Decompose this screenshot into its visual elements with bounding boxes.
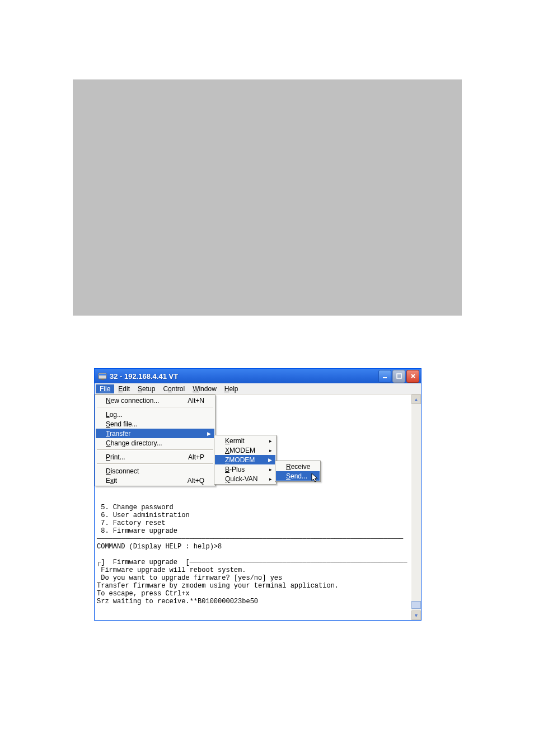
- menu-send-file[interactable]: Send file...: [96, 419, 214, 429]
- close-button[interactable]: [406, 370, 419, 383]
- menu-zmodem[interactable]: ZMODEM▶: [215, 455, 275, 464]
- separator: [97, 449, 213, 450]
- minimize-button[interactable]: [378, 370, 391, 383]
- upper-gray-placeholder: [73, 79, 462, 316]
- title-bar[interactable]: 32 - 192.168.4.41 VT: [95, 369, 421, 383]
- terminal-window: 32 - 192.168.4.41 VT File Edit Setup Con…: [94, 368, 421, 621]
- menu-change-directory[interactable]: Change directory...: [96, 438, 214, 448]
- menu-xmodem[interactable]: XMODEM▸: [215, 445, 275, 455]
- menu-disconnect[interactable]: Disconnect: [96, 466, 214, 476]
- svg-rect-1: [99, 374, 106, 375]
- chevron-right-icon: ▸: [269, 448, 272, 453]
- menu-help[interactable]: Help: [221, 384, 242, 393]
- shortcut-print: Alt+P: [188, 453, 204, 461]
- menu-quickvan[interactable]: Quick-VAN▸: [215, 474, 275, 483]
- svg-rect-2: [101, 379, 104, 380]
- chevron-right-icon: ▶: [207, 431, 211, 436]
- separator: [97, 463, 213, 464]
- window-controls: [378, 370, 419, 383]
- terminal-output: 5. Change password 6. User administratio…: [97, 504, 410, 620]
- menu-zmodem-send[interactable]: Send...: [276, 471, 320, 481]
- scroll-down-button[interactable]: ▼: [411, 611, 421, 620]
- menu-log[interactable]: Log...: [96, 410, 214, 419]
- menu-setup[interactable]: Setup: [134, 384, 159, 393]
- separator: [97, 407, 213, 408]
- chevron-right-icon: ▸: [269, 476, 272, 482]
- menu-bar: File Edit Setup Control Window Help: [95, 383, 421, 395]
- menu-window[interactable]: Window: [189, 384, 221, 393]
- vertical-scrollbar[interactable]: ▲ ▼: [411, 395, 421, 620]
- window-title: 32 - 192.168.4.41 VT: [110, 372, 378, 381]
- menu-print[interactable]: Print... Alt+P: [96, 452, 214, 462]
- maximize-button[interactable]: [392, 370, 405, 383]
- menu-transfer[interactable]: Transfer ▶: [96, 429, 214, 438]
- menu-exit[interactable]: Exit Alt+Q: [96, 476, 214, 485]
- chevron-right-icon: ▸: [269, 438, 272, 444]
- shortcut-new-conn: Alt+N: [188, 397, 204, 405]
- shortcut-exit: Alt+Q: [188, 477, 204, 485]
- menu-kermit[interactable]: Kermit▸: [215, 436, 275, 445]
- scroll-up-button[interactable]: ▲: [411, 395, 421, 404]
- svg-rect-4: [397, 374, 401, 378]
- app-icon: [98, 372, 107, 381]
- menu-bplus[interactable]: B-Plus▸: [215, 464, 275, 474]
- svg-rect-3: [383, 377, 387, 378]
- chevron-right-icon: ▶: [268, 457, 272, 463]
- client-area: New connection... Alt+N Log... Send file…: [95, 395, 421, 620]
- menu-edit[interactable]: Edit: [114, 384, 134, 393]
- menu-file[interactable]: File: [96, 384, 114, 393]
- zmodem-submenu: Receive Send...: [275, 461, 321, 482]
- transfer-submenu: Kermit▸ XMODEM▸ ZMODEM▶ B-Plus▸ Quick-VA…: [214, 435, 277, 485]
- menu-new-connection[interactable]: New connection... Alt+N: [96, 396, 214, 405]
- chevron-right-icon: ▸: [269, 467, 272, 472]
- file-dropdown: New connection... Alt+N Log... Send file…: [95, 395, 216, 486]
- menu-zmodem-receive[interactable]: Receive: [276, 462, 320, 471]
- scroll-thumb[interactable]: [411, 601, 421, 609]
- menu-control[interactable]: Control: [159, 384, 189, 393]
